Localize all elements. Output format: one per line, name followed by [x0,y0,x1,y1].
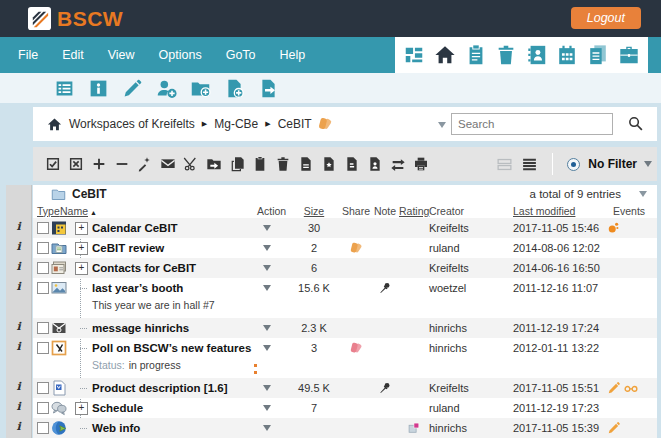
expand-toggle[interactable]: + [75,402,88,415]
menu-goto[interactable]: GoTo [226,48,256,62]
notepad-icon[interactable] [587,44,609,66]
expand-icon[interactable] [91,156,107,172]
breadcrumb-dropdown-caret[interactable] [438,122,446,128]
cut-icon[interactable] [183,156,199,172]
compact-view-icon[interactable] [496,156,513,173]
breadcrumb-item[interactable]: Mg-CBe [214,117,258,131]
entry-checkbox[interactable] [37,282,49,294]
list-view-icon[interactable] [54,78,75,99]
action-menu-caret[interactable] [263,385,271,391]
action-menu-caret[interactable] [263,345,271,351]
no-filter-radio[interactable] [567,158,580,171]
entry-checkbox[interactable] [37,262,49,274]
filter-dropdown-caret[interactable] [644,161,652,167]
addressbook-icon[interactable] [526,44,548,66]
export-document-icon[interactable] [258,78,279,99]
entry-name[interactable]: CeBIT review [92,242,164,254]
entry-name[interactable]: Calendar CeBIT [92,222,178,234]
briefcase-icon[interactable] [618,44,640,66]
column-header-rating[interactable]: Rating [399,205,429,217]
pencil-orange-icon[interactable] [607,381,621,395]
clipboard-icon[interactable] [465,44,487,66]
pencil-orange-icon[interactable] [607,421,621,435]
entry-checkbox[interactable] [37,422,49,434]
action-menu-caret[interactable] [263,405,271,411]
archive-icon[interactable] [344,156,360,172]
action-menu-caret[interactable] [263,325,271,331]
entry-info-icon[interactable]: i [16,281,20,293]
copy-icon[interactable] [229,156,245,172]
delete-icon[interactable] [275,156,291,172]
paste-icon[interactable] [252,156,268,172]
entry-info-icon[interactable]: i [16,261,20,273]
add-member-icon[interactable] [156,78,177,99]
entry-name[interactable]: last year’s booth [92,282,183,294]
column-header-name[interactable]: Name▲ [60,205,247,217]
home-icon[interactable] [47,117,62,132]
info-icon[interactable] [88,78,109,99]
action-menu-caret[interactable] [263,225,271,231]
entry-name[interactable]: message hinrichs [92,322,189,334]
full-view-icon[interactable] [521,156,538,173]
column-header-size[interactable]: Size [287,205,341,217]
extract-icon[interactable] [206,156,222,172]
breadcrumb-item[interactable]: Workspaces of Kreifelts [69,117,195,131]
entry-name[interactable]: Product description [1.6] [92,382,227,394]
version-icon[interactable] [321,156,337,172]
entry-checkbox[interactable] [37,342,49,354]
column-header-last-modified[interactable]: Last modified [513,205,605,217]
entry-name[interactable]: Schedule [92,402,143,414]
entry-info-icon[interactable]: i [16,381,20,393]
expand-toggle[interactable]: + [75,262,88,275]
share-pink-icon[interactable] [349,341,364,356]
breadcrumb-item[interactable]: CeBIT [278,117,312,131]
calendar-icon[interactable] [556,44,578,66]
expand-toggle[interactable]: + [75,222,88,235]
entry-checkbox[interactable] [37,322,49,334]
share-orange-icon[interactable] [349,241,364,256]
send-mail-icon[interactable] [160,156,176,172]
menu-help[interactable]: Help [280,48,306,62]
pushpin-icon[interactable] [378,381,392,395]
entry-info-icon[interactable]: i [16,341,20,353]
edit-pencil-icon[interactable] [122,78,143,99]
home-icon[interactable] [434,44,456,66]
glasses-icon[interactable] [624,381,638,395]
menu-file[interactable]: File [18,48,38,62]
entry-info-icon[interactable]: i [16,421,20,433]
entry-checkbox[interactable] [37,242,49,254]
entry-name[interactable]: Web info [92,422,140,434]
entry-checkbox[interactable] [37,402,49,414]
folder-options-caret[interactable] [639,191,647,197]
menu-edit[interactable]: Edit [62,48,84,62]
menu-options[interactable]: Options [159,48,202,62]
entry-checkbox[interactable] [37,222,49,234]
action-menu-caret[interactable] [263,265,271,271]
select-all-icon[interactable] [45,156,61,172]
add-folder-icon[interactable] [190,78,211,99]
entry-name[interactable]: Contacts for CeBIT [92,262,196,274]
entry-info-icon[interactable]: i [16,401,20,413]
logout-button[interactable]: Logout [571,7,641,29]
collapse-icon[interactable] [114,156,130,172]
burst-icon[interactable] [607,221,621,235]
entry-info-icon[interactable]: i [16,221,20,233]
rating-icon[interactable] [408,422,421,435]
search-icon[interactable] [627,115,644,132]
action-menu-caret[interactable] [263,425,271,431]
column-header-type[interactable]: Type [33,205,60,217]
owner-icon[interactable] [367,156,383,172]
add-document-icon[interactable] [224,78,245,99]
sync-icon[interactable] [390,156,406,172]
menu-view[interactable]: View [108,48,135,62]
deselect-all-icon[interactable] [68,156,84,172]
action-menu-caret[interactable] [263,245,271,251]
entry-checkbox[interactable] [37,382,49,394]
trash-icon[interactable] [495,44,517,66]
convert-icon[interactable] [298,156,314,172]
catchup-icon[interactable] [137,156,153,172]
entry-info-icon[interactable]: i [16,321,20,333]
expand-toggle[interactable]: + [75,242,88,255]
entry-name[interactable]: Poll on BSCW’s new features [92,342,251,354]
grid-icon[interactable] [403,44,425,66]
